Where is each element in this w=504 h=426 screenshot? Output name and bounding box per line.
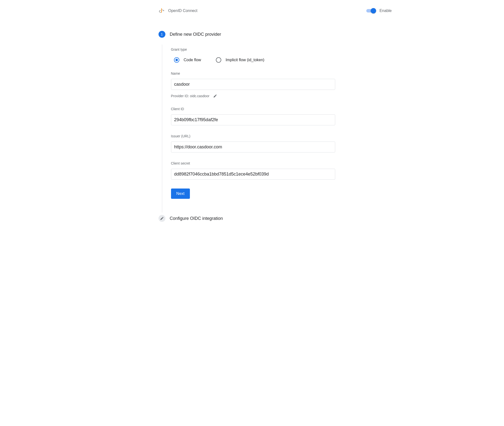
edit-provider-id-button[interactable] — [213, 94, 217, 98]
step-1-title: Define new OIDC provider — [170, 32, 221, 37]
enable-label: Enable — [380, 9, 392, 13]
radio-implicit-flow[interactable]: Implicit flow (id_token) — [216, 57, 264, 63]
header-title: OpenID Connect — [168, 9, 197, 13]
radio-code-flow[interactable]: Code flow — [174, 57, 201, 63]
client-id-input[interactable] — [171, 114, 335, 125]
grant-type-label: Grant type — [171, 47, 402, 51]
client-id-label: Client ID — [171, 107, 402, 111]
client-secret-input[interactable] — [171, 169, 335, 180]
step-2-badge — [159, 215, 165, 222]
enable-toggle[interactable] — [366, 9, 375, 12]
pencil-icon — [160, 216, 164, 220]
next-button[interactable]: Next — [171, 189, 190, 199]
name-input[interactable] — [171, 79, 335, 90]
step-2: Configure OIDC integration — [159, 215, 402, 222]
provider-id-text: Provider ID: oidc.casdoor — [171, 94, 209, 98]
step-1-badge: 1 — [159, 31, 165, 38]
issuer-label: Issuer (URL) — [171, 134, 402, 138]
step-2-title: Configure OIDC integration — [170, 216, 223, 221]
radio-label: Implicit flow (id_token) — [226, 58, 264, 62]
radio-icon — [174, 57, 179, 63]
client-secret-label: Client secret — [171, 161, 402, 165]
pencil-icon — [213, 94, 217, 98]
page-header: OpenID Connect Enable — [103, 8, 402, 14]
step-1: 1 Define new OIDC provider Grant type Co… — [159, 31, 402, 213]
openid-icon — [159, 8, 164, 14]
issuer-input[interactable] — [171, 142, 335, 153]
radio-icon — [216, 57, 221, 63]
radio-label: Code flow — [184, 58, 201, 62]
name-label: Name — [171, 71, 402, 75]
